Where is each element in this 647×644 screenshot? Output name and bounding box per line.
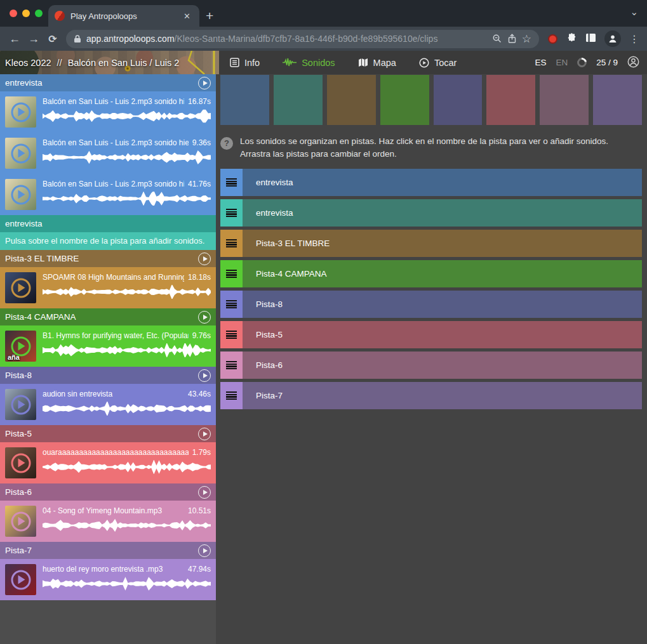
clip-item[interactable]: Balcón en San Luis - Luis 2.mp3 sonido h… <box>0 133 216 174</box>
drag-handle[interactable] <box>220 382 243 409</box>
drag-handle[interactable] <box>220 352 243 379</box>
track-row[interactable]: Pista-3 EL TIMBRE <box>220 230 642 257</box>
drag-handle[interactable] <box>220 199 243 227</box>
zoom-page-icon[interactable] <box>492 34 502 44</box>
clip-play-icon[interactable] <box>11 395 30 414</box>
clip-play-icon[interactable] <box>11 570 30 589</box>
clip-thumbnail[interactable] <box>5 272 36 303</box>
clip-play-icon[interactable] <box>11 143 30 163</box>
track-row[interactable]: Pista-7 <box>220 382 642 409</box>
tab-search-chevron-icon[interactable]: ⌄ <box>630 6 638 18</box>
clip-play-icon[interactable] <box>11 102 30 122</box>
clip-thumbnail[interactable]: aña <box>5 331 36 362</box>
track-row[interactable]: entrevista <box>220 169 642 196</box>
clip-item[interactable]: ouaraaaaaaaaaaaaaaaaaaaaaaaaaaaaaaaaa...… <box>0 442 216 483</box>
zoom-window-button[interactable] <box>35 10 43 17</box>
track-row-body[interactable]: Pista-4 CAMPANA <box>243 260 642 287</box>
nav-tab-tocar[interactable]: Tocar <box>419 58 457 68</box>
track-play-button[interactable] <box>198 428 211 440</box>
sidebar-track-header[interactable]: Pista-4 CAMPANA <box>0 308 216 325</box>
clip-play-icon[interactable] <box>11 185 30 204</box>
clip-thumbnail[interactable] <box>5 447 36 478</box>
track-row-body[interactable]: Pista-6 <box>243 352 642 379</box>
clip-thumbnail[interactable] <box>5 564 36 595</box>
lang-en-button[interactable]: EN <box>556 58 568 67</box>
lang-es-button[interactable]: ES <box>535 58 546 67</box>
track-play-button[interactable] <box>198 544 211 557</box>
close-window-button[interactable] <box>10 10 17 17</box>
address-bar[interactable]: app.antropoloops.com/Kleos-Santa-Marina/… <box>66 30 539 48</box>
clip-item[interactable]: Balcón en San Luis - Luis 2.mp3 sonido h… <box>0 91 216 133</box>
track-row[interactable]: Pista-4 CAMPANA <box>220 260 642 287</box>
nav-tab-sonidos[interactable]: Sonidos <box>283 58 335 68</box>
record-extension-icon[interactable] <box>548 34 557 44</box>
back-button[interactable]: ← <box>5 29 24 48</box>
minimize-window-button[interactable] <box>22 10 30 17</box>
track-row-body[interactable]: Pista-3 EL TIMBRE <box>243 230 642 257</box>
clip-thumbnail[interactable] <box>5 138 36 169</box>
track-row[interactable]: entrevista <box>220 199 642 227</box>
track-play-button[interactable] <box>198 311 211 324</box>
track-play-button[interactable] <box>198 77 211 89</box>
clip-item[interactable]: SPOAMR 08 High Mountains and Running ...… <box>0 267 216 308</box>
clip-item[interactable]: aña B1. Hymns for purifying water, Etc. … <box>0 325 216 367</box>
share-icon[interactable] <box>507 34 517 44</box>
sidebar-track-header[interactable]: entrevista <box>0 215 216 232</box>
tab-close-icon[interactable]: ✕ <box>181 10 193 22</box>
sidebar-track-section: entrevista Balcón en San Luis - Luis 2.m… <box>0 74 216 215</box>
track-clips: aña B1. Hymns for purifying water, Etc. … <box>0 325 216 367</box>
nav-tab-mapa[interactable]: Mapa <box>358 58 396 68</box>
track-row-body[interactable]: Pista-7 <box>243 382 642 409</box>
nav-tab-info[interactable]: Info <box>230 58 260 68</box>
track-row-body[interactable]: entrevista <box>243 199 642 227</box>
drag-handle[interactable] <box>220 321 243 348</box>
clip-thumbnail[interactable] <box>5 389 36 420</box>
url-text[interactable]: app.antropoloops.com/Kleos-Santa-Marina/… <box>86 34 487 44</box>
clip-item[interactable]: audion sin entrevista 43.46s <box>0 384 216 425</box>
browser-menu-icon[interactable]: ⋮ <box>629 33 639 45</box>
project-cover-photo[interactable]: Kleos 2022 // Balcón en San Luis / Luis … <box>0 51 219 74</box>
clip-title: ouaraaaaaaaaaaaaaaaaaaaaaaaaaaaaaaaaa... <box>43 448 189 457</box>
track-row[interactable]: Pista-5 <box>220 321 642 348</box>
drag-handle[interactable] <box>220 169 243 196</box>
clip-item[interactable]: 04 - Song of Yimeng Mountain.mp3 10.51s <box>0 501 216 542</box>
sidebar-track-header[interactable]: Pista-3 EL TIMBRE <box>0 250 216 267</box>
clip-item[interactable]: huerto del rey moro entrevista .mp3 47.9… <box>0 559 216 600</box>
track-row-body[interactable]: Pista-8 <box>243 291 642 318</box>
browser-tab[interactable]: Play Antropoloops ✕ <box>48 5 199 27</box>
clip-item[interactable]: Balcón en San Luis - Luis 2.mp3 sonido h… <box>0 174 216 215</box>
forward-button[interactable]: → <box>24 29 43 48</box>
sidebar-track-header[interactable]: entrevista <box>0 74 216 91</box>
clip-thumbnail[interactable] <box>5 506 36 537</box>
sidebar-track-header[interactable]: Pista-6 <box>0 483 216 501</box>
drag-handle[interactable] <box>220 230 243 257</box>
drag-handle[interactable] <box>220 260 243 287</box>
account-icon[interactable] <box>627 56 639 70</box>
track-name: Pista-7 <box>5 546 32 555</box>
track-play-button[interactable] <box>198 369 211 382</box>
clip-duration: 41.76s <box>188 180 211 188</box>
profile-avatar[interactable] <box>604 30 621 47</box>
sidebar-track-header[interactable]: Pista-7 <box>0 542 216 559</box>
new-tab-button[interactable]: + <box>206 8 213 23</box>
bookmark-star-icon[interactable]: ☆ <box>522 32 531 46</box>
track-color-swatch <box>220 75 269 125</box>
breadcrumb-project[interactable]: Kleos 2022 <box>5 58 51 68</box>
track-row[interactable]: Pista-8 <box>220 291 642 318</box>
side-panel-icon[interactable] <box>585 33 596 45</box>
clip-thumbnail[interactable] <box>5 179 36 210</box>
reload-button[interactable]: ⟳ <box>43 29 62 48</box>
clip-thumbnail[interactable] <box>5 96 36 128</box>
clip-play-icon[interactable] <box>11 511 30 531</box>
sidebar-track-header[interactable]: Pista-5 <box>0 425 216 442</box>
clip-play-icon[interactable] <box>11 278 30 298</box>
track-row-body[interactable]: entrevista <box>243 169 642 196</box>
extensions-puzzle-icon[interactable] <box>566 32 577 46</box>
track-row[interactable]: Pista-6 <box>220 352 642 379</box>
clip-play-icon[interactable] <box>11 453 30 473</box>
track-play-button[interactable] <box>198 486 211 499</box>
track-play-button[interactable] <box>198 253 211 265</box>
drag-handle[interactable] <box>220 291 243 318</box>
sidebar-track-header[interactable]: Pista-8 <box>0 367 216 384</box>
track-row-body[interactable]: Pista-5 <box>243 321 642 348</box>
